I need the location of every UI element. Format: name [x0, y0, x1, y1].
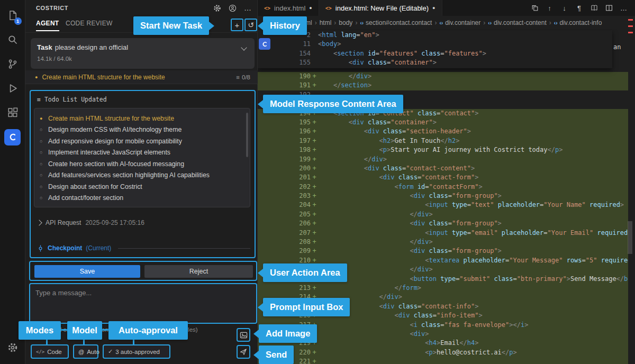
code-line[interactable]: 204+ <input type="text" placeholder="You… — [258, 201, 628, 210]
code-line[interactable]: 200+ <div class="contact-content"> — [258, 164, 628, 173]
html-file-icon: <> — [325, 5, 332, 11]
code-text: <div class="contact-content"> — [318, 164, 628, 173]
account-icon[interactable] — [228, 3, 237, 13]
activity-extensions[interactable] — [0, 101, 25, 125]
auto-approve-selector[interactable]: ✓ 3 auto-approved — [103, 344, 170, 359]
new-task-button[interactable]: + — [231, 19, 243, 31]
code-line[interactable]: 208+ </div> — [258, 238, 628, 247]
diff-added-marker — [311, 49, 318, 58]
code-line[interactable]: 2<html lang="en"> — [258, 31, 612, 40]
code-line[interactable]: 201+ <div class="contact-form"> — [258, 173, 628, 182]
code-line[interactable]: 203+ <div class="form-group"> — [258, 192, 628, 201]
code-line[interactable]: 191+ </section> — [258, 81, 628, 90]
diff-added-marker: + — [311, 192, 318, 201]
composer-controls: </> Code @ Auto ✓ 3 auto-approved — [25, 344, 234, 359]
model-selector[interactable]: @ Auto — [73, 344, 98, 359]
book-icon[interactable] — [590, 4, 598, 12]
prompt-input-box[interactable] — [29, 283, 257, 324]
sticky-lines: 2<html lang="en">11<body>154 <section id… — [258, 31, 612, 68]
line-number: 155 — [258, 58, 311, 67]
breadcrumb-item[interactable]: html — [320, 19, 332, 26]
arrow-down-icon[interactable]: ↓ — [560, 4, 568, 12]
save-button[interactable]: Save — [34, 265, 140, 278]
copy-icon[interactable] — [531, 4, 539, 12]
diff-added-marker: + — [311, 357, 318, 364]
breadcrumb-item[interactable]: ‹›div.contact-info — [554, 19, 602, 26]
code-line[interactable]: 197+ <h2>Get In Touch</h2> — [258, 136, 628, 145]
todo-item-label: Create main HTML structure for the websi… — [48, 115, 174, 122]
code-line[interactable]: 221+ — [258, 357, 628, 364]
code-text: <div class="form-group"> — [318, 247, 628, 256]
breadcrumb-item[interactable]: body — [339, 19, 352, 26]
tab-code-review[interactable]: CODE REVIEW — [66, 20, 113, 27]
code-line[interactable]: 220+ <p>hello@costrict.ai</p> — [258, 348, 628, 357]
code-line[interactable]: 209+ <div class="form-group"> — [258, 247, 628, 256]
breadcrumb-item[interactable]: ‹›div.container — [439, 19, 480, 26]
code-mode-icon: </> — [36, 349, 44, 354]
api-request-row[interactable]: API Request 2025-09-25 17:05:16 — [37, 219, 144, 226]
code-line[interactable]: 196+ <div class="section-header"> — [258, 127, 628, 136]
code-line[interactable]: 154 <section id="features" class="featur… — [258, 49, 612, 58]
code-fragment: an — [613, 43, 621, 51]
checkpoint-icon — [37, 245, 44, 252]
chevron-down-icon[interactable] — [241, 44, 247, 50]
code-line[interactable]: 198+ <p>Start your AI journey with Costr… — [258, 145, 628, 154]
code-line[interactable]: 11<body> — [258, 40, 612, 49]
costrict-float-button[interactable] — [259, 38, 270, 50]
activity-search[interactable] — [0, 28, 25, 52]
annotation-connector — [102, 329, 108, 331]
todo-item-label: Design modern CSS with AI/technology the… — [48, 126, 182, 133]
code-text: <div class="container"> — [318, 58, 612, 67]
panel-more-actions-icon[interactable]: … — [243, 3, 252, 13]
code-line[interactable]: 195+ <div class="container"> — [258, 118, 628, 127]
tab-agent[interactable]: AGENT — [36, 20, 59, 27]
code-line[interactable]: 202+ <form id="contactForm"> — [258, 183, 628, 192]
send-button[interactable] — [237, 345, 250, 359]
pending-icon: ○ — [40, 195, 48, 201]
task-card[interactable]: Task please design an official 14.1k / 6… — [31, 38, 255, 69]
add-image-button[interactable] — [237, 328, 250, 342]
settings-gear-icon — [7, 342, 18, 353]
history-button[interactable]: ↺ — [244, 19, 257, 31]
prompt-textarea[interactable] — [30, 284, 256, 323]
breadcrumb-item[interactable]: ‹›div.contact-content — [488, 19, 547, 26]
code-line[interactable]: 155 <div class="container"> — [258, 58, 612, 67]
arrow-up-icon[interactable]: ↑ — [546, 4, 554, 12]
code-line[interactable]: 207+ <input type="email" placeholder="Yo… — [258, 229, 628, 238]
breadcrumb-item[interactable]: ‹›section#contact.contact — [360, 19, 432, 26]
code-text: <div class="contact-form"> — [318, 173, 628, 182]
activity-run-debug[interactable] — [0, 76, 25, 101]
diff-added-marker — [311, 40, 318, 49]
activity-explorer[interactable]: 1 — [0, 3, 25, 28]
diff-added-marker: + — [311, 72, 318, 81]
mode-selector[interactable]: </> Code — [31, 344, 69, 359]
code-text: <form id="contactForm"> — [318, 183, 628, 192]
pointer-left-icon — [258, 303, 263, 312]
more-actions-icon[interactable]: … — [620, 4, 628, 12]
code-line[interactable]: 199+ </div> — [258, 155, 628, 164]
checkpoint-row[interactable]: Checkpoint (Current) — [37, 244, 250, 252]
code-text: <div class="section-header"> — [318, 127, 628, 136]
reject-button[interactable]: Reject — [144, 265, 253, 278]
activity-source-control[interactable] — [0, 52, 25, 76]
annotation-auto-approval: Auto-approval — [108, 321, 188, 340]
todo-item: ○Create hero section with AI-focused mes… — [40, 158, 244, 170]
panel-settings-gear-icon[interactable] — [212, 3, 222, 13]
todo-item: ○Design modern CSS with AI/technology th… — [40, 124, 244, 136]
code-line[interactable]: 190+ </div> — [258, 72, 628, 81]
pointer-right-icon — [209, 22, 214, 30]
code-line[interactable]: 213+ </form> — [258, 284, 628, 293]
code-line[interactable]: 206+ <div class="form-group"> — [258, 219, 628, 228]
split-editor-icon[interactable] — [605, 4, 613, 12]
current-todo-row[interactable]: ● Create main HTML structure for the web… — [25, 70, 258, 84]
code-line[interactable]: 205+ </div> — [258, 210, 628, 219]
tab-index-html[interactable]: <> index.html ● — [258, 0, 319, 16]
todo-scrollbar[interactable] — [246, 113, 248, 157]
task-text: please design an official — [55, 43, 129, 51]
mode-label: Code — [47, 349, 62, 355]
activity-costrict[interactable] — [0, 125, 25, 149]
editor-scrollbar[interactable] — [628, 221, 632, 254]
tab-index-html-new-file[interactable]: <> index.html: New File (Editable) ● — [319, 0, 442, 16]
editor-tabbar: <> index.html ● <> index.html: New File … — [258, 0, 635, 16]
pilcrow-icon[interactable]: ¶ — [575, 4, 583, 12]
